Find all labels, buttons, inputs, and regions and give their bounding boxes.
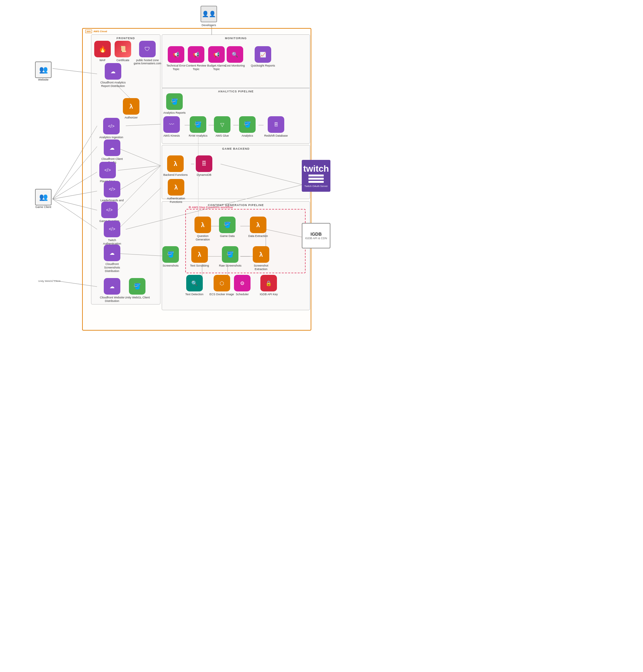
- kinesis-node: 〰 AWS Kinesis: [163, 116, 180, 137]
- game-client-node: 👥 Game Client: [35, 189, 51, 209]
- screenshot-extraction-label: Screenshot Extraction: [248, 264, 274, 271]
- developers-label: Developers: [202, 24, 216, 27]
- cloudfront-client-config-icon: ☁: [104, 140, 120, 156]
- backend-functions-icon: λ: [167, 155, 184, 172]
- text-scrubbing-label: Text Scrubbing: [190, 264, 209, 267]
- game-client-icon: 👥: [35, 189, 51, 205]
- cost-monitoring-node: 🔍 Cost Monitoring: [225, 46, 245, 68]
- authorizer-node: λ Authorizer: [123, 98, 139, 119]
- igdb-logo: IGDB: [311, 231, 322, 237]
- analytics-bucket-icon: 🪣: [239, 116, 256, 133]
- backend-functions-label: Backend Functions: [163, 173, 188, 177]
- authorizer-icon: λ: [123, 98, 139, 115]
- redshift-icon: 🗄: [268, 116, 284, 133]
- redshift-node: 🗄 Redshift Database: [264, 116, 288, 137]
- auth-functions-label: Authentication Functions: [163, 197, 189, 204]
- raw-analytics-icon: 🪣: [190, 116, 206, 133]
- glue-label: AWS Glue: [216, 134, 229, 137]
- cloudfront-analytics-label: Cloudfront Analytics Report Distribution: [100, 81, 126, 88]
- dynamodb-icon: 🗄: [196, 155, 212, 172]
- cloudfront-website-node: ☁ Cloudfront Website Distribution: [99, 278, 125, 303]
- cloudfront-analytics-node: ☁ Cloudfront Analytics Report Distributi…: [100, 63, 126, 88]
- scheduler-node: ⚙ Scheduler: [234, 275, 251, 296]
- scheduler-icon: ⚙: [234, 275, 251, 291]
- content-review-icon: 📢: [188, 46, 204, 63]
- redshift-label: Redshift Database: [264, 134, 288, 137]
- developers-icon: 👤👤: [201, 6, 217, 22]
- igdb-api-key-label: IGDB API Key: [260, 293, 278, 296]
- player-save-node: </> Player Save: [99, 162, 116, 183]
- game-data-label: Game Data: [220, 235, 234, 238]
- raw-analytics-label: RAW Analytics: [189, 134, 208, 137]
- igdb-label: IGDB API & CDN: [305, 237, 327, 240]
- twitch-line1: [308, 175, 324, 177]
- cloudfront-analytics-icon: ☁: [105, 63, 121, 80]
- analytics-reports-label: Analytics Reports: [163, 111, 185, 115]
- text-detection-icon: 🔍: [186, 275, 203, 291]
- kinesis-icon: 〰: [163, 116, 180, 133]
- analytics-label: ANALYTICS PIPELINE: [218, 90, 254, 93]
- cost-monitoring-icon: 🔍: [227, 46, 243, 63]
- website-node: 👥 Website: [35, 61, 51, 82]
- certificate-node: 📜 Certificate: [114, 41, 131, 62]
- text-scrubbing-node: λ Text Scrubbing: [190, 246, 209, 267]
- analytics-ingestion-node: </> Analytics Ingestion: [99, 118, 123, 139]
- ecs-docker-label: ECS Docker Image: [209, 293, 234, 296]
- backend-functions-node: λ Backend Functions: [163, 155, 188, 177]
- analytics-ingestion-icon: </>: [103, 118, 120, 134]
- authorizer-label: Authorizer: [124, 116, 137, 119]
- quicksight-icon: 📈: [255, 46, 271, 63]
- waf-icon: 🔥: [94, 41, 111, 57]
- screenshots-node: 🪣 Screenshots: [162, 246, 179, 267]
- cloudfront-screenshots-node: ☁ Cloudfront Screenshots Distribution: [99, 244, 125, 273]
- waf-label: WAF: [99, 59, 106, 62]
- igdb-box: IGDB IGDB API & CDN: [302, 223, 330, 249]
- game-client-label: Game Client: [35, 205, 51, 209]
- budget-alarms-icon: 📢: [208, 46, 225, 63]
- twitch-server-box: twitch Twitch OAuth Server: [302, 160, 330, 192]
- cloudfront-screenshots-icon: ☁: [104, 244, 120, 261]
- igdb-api-key-node: 🔒 IGDB API Key: [260, 275, 278, 296]
- text-detection-node: 🔍 Text Detection: [185, 275, 203, 296]
- player-save-icon: </>: [99, 162, 116, 178]
- unity-webgl-bucket-icon: 🪣: [129, 278, 145, 295]
- twitch-server-label: Twitch OAuth Server: [304, 185, 328, 188]
- game-data-icon: 🪣: [219, 217, 235, 233]
- raw-screenshots-label: Raw Screenshots: [219, 264, 242, 267]
- raw-analytics-node: 🪣 RAW Analytics: [189, 116, 208, 137]
- analytics-bucket-label: Analytics: [242, 134, 253, 137]
- ecs-docker-icon: ⬡: [214, 275, 230, 291]
- game-question-node: </> Game Question: [99, 202, 119, 223]
- screenshot-extraction-icon: λ: [253, 246, 269, 263]
- question-gen-label: Question Generation: [190, 235, 216, 241]
- diagram-container: aws AWS Cloud FRONTEND MONITORING ANALYT…: [0, 0, 643, 672]
- text-scrubbing-icon: λ: [191, 246, 208, 263]
- quicksight-label: Quicksight Reports: [251, 64, 275, 68]
- cloudfront-client-config-node: ☁ Cloudfront Client Config: [99, 140, 125, 164]
- monitoring-label: MONITORING: [225, 37, 247, 40]
- twitch-auth-icon: </>: [104, 221, 120, 237]
- screenshots-icon: 🪣: [162, 246, 179, 263]
- twitch-line3: [308, 181, 324, 183]
- leaderboards-icon: </>: [104, 181, 120, 197]
- cost-monitoring-label: Cost Monitoring: [225, 64, 245, 68]
- data-extraction-icon: λ: [250, 217, 266, 233]
- data-extraction-node: λ Data Extraction: [248, 217, 268, 238]
- raw-screenshots-node: 🪣 Raw Screenshots: [219, 246, 242, 267]
- analytics-ingestion-label: Analytics Ingestion: [99, 136, 123, 139]
- auth-functions-node: λ Authentication Functions: [163, 179, 189, 204]
- website-label: Website: [38, 78, 48, 82]
- hosted-zone-icon: 🛡: [139, 41, 156, 57]
- game-question-icon: </>: [101, 202, 118, 218]
- raw-screenshots-icon: 🪣: [222, 246, 239, 263]
- question-gen-node: λ Question Generation: [190, 217, 216, 241]
- developers-node: 👤👤 Developers: [201, 6, 217, 27]
- cloudfront-website-icon: ☁: [104, 278, 120, 295]
- dynamodb-label: DynamoDB: [197, 173, 211, 177]
- website-icon: 👥: [35, 61, 51, 78]
- game-backend-label: GAME BACKEND: [222, 147, 250, 150]
- glue-node: ▽ AWS Glue: [214, 116, 230, 137]
- unity-webgl-bucket-label: Unity WebGL Client: [125, 296, 150, 299]
- dynamodb-node: 🗄 DynamoDB: [196, 155, 212, 177]
- twitch-logo: twitch: [303, 164, 329, 173]
